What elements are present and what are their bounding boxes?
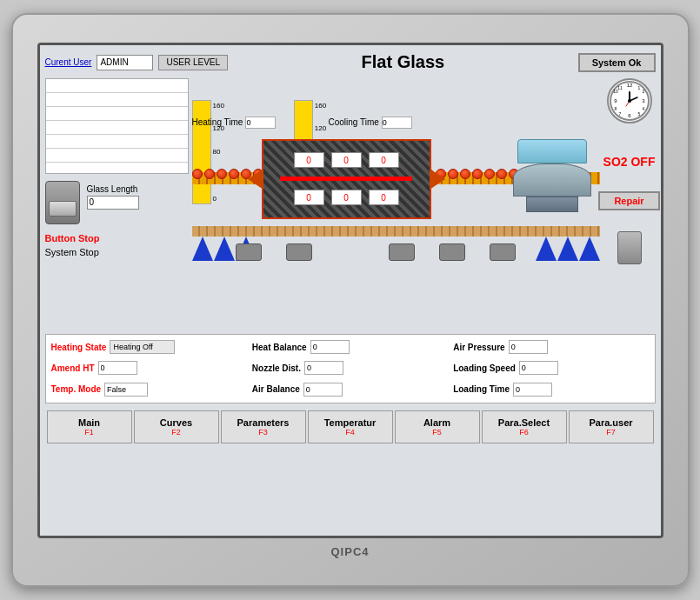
svg-text:4: 4 [642, 106, 644, 111]
nav-alarm[interactable]: Alarm F5 [395, 410, 480, 443]
cooling-fan [513, 139, 591, 212]
zone-input-top-right[interactable] [369, 152, 399, 168]
loading-time-label: Loading Time [453, 384, 510, 394]
center-panel: 16012080400 16012080400 [192, 78, 600, 330]
svg-point-16 [628, 99, 631, 103]
heating-time-input[interactable] [245, 117, 276, 129]
system-ok-button[interactable]: System Ok [578, 53, 656, 72]
status-bar: Heating State Heat Balance Air Pressure … [45, 334, 656, 403]
roller [217, 169, 227, 179]
device-bottom: QIPC4 [330, 538, 369, 558]
cooling-time-input[interactable] [382, 117, 412, 129]
burner-machine [286, 243, 312, 261]
glass-length-input[interactable] [87, 196, 139, 210]
roller [229, 169, 239, 179]
roller [497, 169, 507, 179]
zone-input-top-left[interactable] [294, 152, 324, 168]
toggle-switch-left[interactable] [45, 181, 80, 224]
air-balance-item: Air Balance [252, 380, 448, 398]
roller [472, 169, 483, 179]
burner-machine [236, 243, 262, 261]
temp-mode-item: Temp. Mode [51, 380, 247, 398]
nav-main[interactable]: Main F1 [47, 410, 132, 443]
left-panel: Glass Length Button Stop System Stop [45, 78, 189, 330]
user-input[interactable] [97, 55, 153, 70]
heat-balance-label: Heat Balance [252, 343, 307, 352]
loading-speed-item: Loading Speed [453, 359, 649, 377]
loading-time-item: Loading Time [453, 380, 649, 398]
loading-speed-label: Loading Speed [453, 363, 516, 373]
current-user-label[interactable]: Curent User [45, 57, 92, 67]
zone-input-bottom-left[interactable] [294, 190, 324, 205]
middle-section: Glass Length Button Stop System Stop [45, 78, 656, 330]
screen: Curent User USER LEVEL Flat Glass System… [37, 43, 663, 538]
air-pressure-label: Air Pressure [453, 343, 504, 352]
nozzle-dist-item: Nozzle Dist. [252, 359, 448, 377]
bottom-nav: Main F1 Curves F2 Parameters F3 Temperat… [45, 407, 656, 445]
right-panel: 12 3 6 9 1 2 4 5 7 8 10 11 [603, 78, 656, 330]
heat-balance-input[interactable] [310, 340, 350, 354]
repair-button[interactable]: Repair [598, 191, 659, 210]
bottom-conveyor [192, 226, 600, 237]
svg-text:1: 1 [637, 85, 640, 90]
data-table [45, 78, 189, 174]
svg-text:12: 12 [626, 83, 632, 88]
amend-ht-label: Amend HT [51, 363, 95, 373]
zone-input-top-center[interactable] [331, 152, 362, 168]
air-pressure-item: Air Pressure [453, 338, 649, 357]
furnace-area [192, 139, 600, 261]
roller [460, 169, 470, 179]
nav-para-select[interactable]: Para.Select F6 [482, 410, 567, 443]
svg-text:2: 2 [642, 89, 644, 94]
loading-speed-input[interactable] [519, 361, 558, 375]
toggle-switch-right[interactable] [617, 231, 642, 264]
heating-time-label: Heating Time [192, 117, 243, 127]
zone-input-bottom-center[interactable] [331, 190, 362, 205]
heating-state-input[interactable] [110, 340, 175, 354]
amend-ht-input[interactable] [98, 361, 137, 375]
roller [484, 169, 495, 179]
nozzle-dist-input[interactable] [304, 361, 343, 375]
burner-machine [490, 243, 516, 261]
fan-middle [513, 163, 591, 197]
screen-inner: Curent User USER LEVEL Flat Glass System… [40, 45, 661, 536]
toggle-knob [49, 201, 77, 217]
nav-temperatur[interactable]: Temperatur F4 [308, 410, 393, 443]
cooling-time-label: Cooling Time [328, 117, 378, 127]
heat-balance-item: Heat Balance [252, 338, 448, 357]
system-stop-label: System Stop [45, 247, 189, 257]
clock-face: 12 3 6 9 1 2 4 5 7 8 10 11 [607, 78, 652, 123]
user-level-button[interactable]: USER LEVEL [158, 55, 228, 70]
svg-text:7: 7 [618, 111, 621, 117]
blue-triangles-right [536, 237, 600, 261]
button-stop-label: Button Stop [45, 233, 189, 243]
air-balance-input[interactable] [303, 383, 343, 397]
svg-text:8: 8 [614, 106, 617, 111]
zone-separator [280, 177, 413, 181]
temp-mode-label: Temp. Mode [51, 384, 102, 394]
heating-state-label: Heating State [51, 343, 107, 352]
top-bar: Curent User USER LEVEL Flat Glass System… [45, 50, 656, 75]
zone-row-bottom [294, 190, 399, 205]
nav-para-user[interactable]: Para.user F7 [569, 410, 654, 443]
fan-top [517, 139, 587, 163]
air-balance-label: Air Balance [252, 384, 300, 394]
burner-machine [389, 243, 415, 261]
nozzle-dist-label: Nozzle Dist. [252, 363, 301, 373]
burner-machine [439, 243, 465, 261]
nav-curves[interactable]: Curves F2 [134, 410, 219, 443]
glass-length-section: Glass Length [87, 184, 139, 210]
air-pressure-input[interactable] [509, 340, 548, 354]
brand-logo: QIPC4 [330, 545, 369, 558]
heating-zone [262, 139, 431, 219]
burners [236, 243, 516, 261]
nav-parameters[interactable]: Parameters F3 [221, 410, 306, 443]
zone-row-top [294, 152, 399, 168]
heating-state-item: Heating State [51, 338, 247, 357]
fan-base [526, 197, 578, 212]
device-frame: Curent User USER LEVEL Flat Glass System… [11, 13, 690, 587]
loading-time-input[interactable] [513, 383, 552, 397]
glass-length-label: Glass Length [87, 184, 139, 194]
temp-mode-input[interactable] [104, 383, 148, 397]
zone-input-bottom-right[interactable] [369, 190, 399, 205]
